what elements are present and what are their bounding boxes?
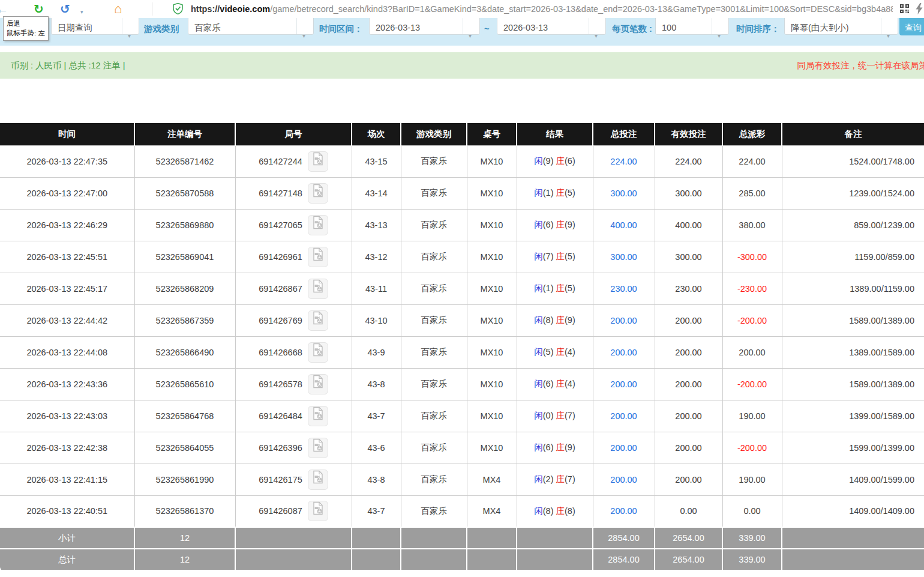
sort-select[interactable]: 降幂(由大到小): [784, 17, 898, 35]
player-label: 闲: [534, 379, 543, 388]
table-row: 2026-03-13 22:45:17 523265868209 6914268…: [0, 273, 924, 304]
round-id: 691427148: [259, 189, 302, 198]
player-score: (8): [543, 315, 554, 325]
header-payout: 总派彩: [722, 123, 782, 145]
qr-extension-icon[interactable]: [900, 4, 909, 16]
payout-cell: 224.00: [722, 145, 782, 177]
round-id: 691426484: [259, 411, 302, 421]
game-category-select[interactable]: 百家乐: [188, 17, 314, 35]
home-icon[interactable]: ⌂: [114, 1, 122, 17]
filter-bar: 日期查询 游戏类别 百家乐 时间区间： 2026-03-13 ~ 2026-03…: [0, 17, 924, 46]
total-bet-link[interactable]: 200.00: [610, 443, 637, 453]
tooltip-line2: 鼠标手势: 左: [7, 28, 45, 38]
banker-label: 庄: [556, 347, 565, 357]
video-replay-button[interactable]: [308, 151, 328, 172]
video-replay-button[interactable]: [308, 406, 328, 426]
payout-cell: 190.00: [722, 464, 782, 495]
video-replay-button[interactable]: [308, 247, 328, 267]
round-id: 691427065: [259, 220, 302, 230]
header-remark: 备注: [782, 123, 924, 145]
remark-cell: 1409.00/1599.00: [782, 464, 924, 495]
payout-cell: -200.00: [722, 304, 782, 336]
banker-score: (5): [565, 188, 575, 198]
total-bet-link[interactable]: 200.00: [610, 506, 637, 516]
subtotal-valid-bet: 2654.00: [655, 527, 722, 549]
total-total-bet: 2854.00: [593, 549, 655, 570]
date-query-select[interactable]: 日期查询: [51, 17, 139, 35]
video-replay-button[interactable]: [308, 374, 328, 394]
total-bet-link[interactable]: 230.00: [610, 284, 637, 294]
player-score: (0): [543, 411, 554, 420]
bet-id-cell: 523265869880: [134, 209, 235, 241]
table-row: 2026-03-13 22:40:51 523265861370 6914260…: [0, 495, 924, 527]
remark-cell: 1599.00/1399.00: [782, 432, 924, 464]
subtotal-row: 小计 12 2854.00 2654.00 339.00: [0, 527, 924, 549]
round-cell: 691426769: [235, 304, 352, 336]
table-no-cell: MX10: [467, 177, 517, 209]
round-id: 691426867: [259, 284, 302, 294]
date-start-select[interactable]: 2026-03-13: [369, 17, 480, 35]
security-shield-icon[interactable]: [173, 3, 183, 17]
table-row: 2026-03-13 22:45:51 523265869041 6914269…: [0, 241, 924, 273]
video-replay-button[interactable]: [308, 501, 328, 521]
valid-bet-cell: 400.00: [655, 209, 722, 241]
banker-score: (7): [565, 411, 575, 420]
banker-label: 庄: [556, 443, 565, 452]
table-no-cell: MX10: [467, 209, 517, 241]
session-cell: 43-8: [352, 368, 401, 400]
subtotal-total-bet: 2854.00: [593, 527, 655, 549]
table-no-cell: MX4: [467, 495, 517, 527]
total-bet-link[interactable]: 300.00: [610, 189, 637, 198]
page: ← ↻ ↺ ▾ ⌂ https://videoie.com/game/betre…: [0, 0, 924, 577]
total-bet-link[interactable]: 224.00: [610, 157, 637, 166]
total-bet-cell: 200.00: [593, 400, 655, 432]
video-replay-button[interactable]: [308, 342, 328, 363]
chevron-down-icon: [463, 17, 479, 34]
payout-cell: -230.00: [722, 273, 782, 304]
total-bet-link[interactable]: 200.00: [610, 316, 637, 325]
session-cell: 43-6: [352, 432, 401, 464]
page-size-select[interactable]: 100: [655, 17, 729, 35]
total-bet-link[interactable]: 300.00: [610, 252, 637, 262]
total-bet-link[interactable]: 200.00: [610, 379, 637, 389]
session-cell: 43-9: [352, 336, 401, 368]
total-bet-link[interactable]: 200.00: [610, 475, 637, 485]
undo-dropdown-caret-icon[interactable]: ▾: [80, 4, 83, 20]
total-bet-link[interactable]: 400.00: [610, 220, 637, 230]
undo-icon[interactable]: ↺: [60, 1, 70, 17]
banker-score: (5): [565, 252, 575, 261]
valid-bet-cell: 200.00: [655, 400, 722, 432]
date-end-select[interactable]: 2026-03-13: [497, 17, 606, 35]
video-replay-button[interactable]: [308, 310, 328, 331]
subtotal-label: 小计: [0, 527, 134, 549]
player-score: (7): [543, 252, 554, 261]
player-score: (9): [543, 156, 554, 166]
video-replay-button[interactable]: [308, 215, 328, 235]
total-bet-link[interactable]: 200.00: [610, 411, 637, 421]
banker-label: 庄: [556, 379, 565, 388]
remark-cell: 1524.00/1748.00: [782, 145, 924, 177]
round-cell: 691426087: [235, 495, 352, 527]
table-no-cell: MX10: [467, 241, 517, 273]
payout-cell: 190.00: [722, 400, 782, 432]
back-icon[interactable]: ←: [0, 1, 8, 17]
game-category-value: 百家乐: [194, 23, 221, 32]
video-replay-button[interactable]: [308, 279, 328, 299]
url-path: /game/betrecord_search/kind3?BarID=1&Gam…: [270, 4, 893, 14]
video-replay-button[interactable]: [308, 438, 328, 458]
result-cell: 闲(9) 庄(6): [517, 145, 593, 177]
date-query-value: 日期查询: [58, 23, 92, 32]
player-label: 闲: [534, 506, 543, 516]
video-replay-button[interactable]: [308, 183, 328, 204]
video-replay-button[interactable]: [308, 470, 328, 490]
total-bet-link[interactable]: 200.00: [610, 348, 637, 357]
refresh-icon[interactable]: ↻: [34, 1, 44, 17]
total-bet-cell: 200.00: [593, 368, 655, 400]
payout-cell: -200.00: [722, 368, 782, 400]
address-bar[interactable]: https://videoie.com/game/betrecord_searc…: [191, 0, 893, 18]
lightning-icon[interactable]: [916, 3, 923, 17]
total-bet-cell: 200.00: [593, 304, 655, 336]
valid-bet-cell: 300.00: [655, 241, 722, 273]
search-button[interactable]: 查询: [899, 17, 924, 35]
bet-table-body: 2026-03-13 22:47:35 523265871462 6914272…: [0, 145, 924, 527]
